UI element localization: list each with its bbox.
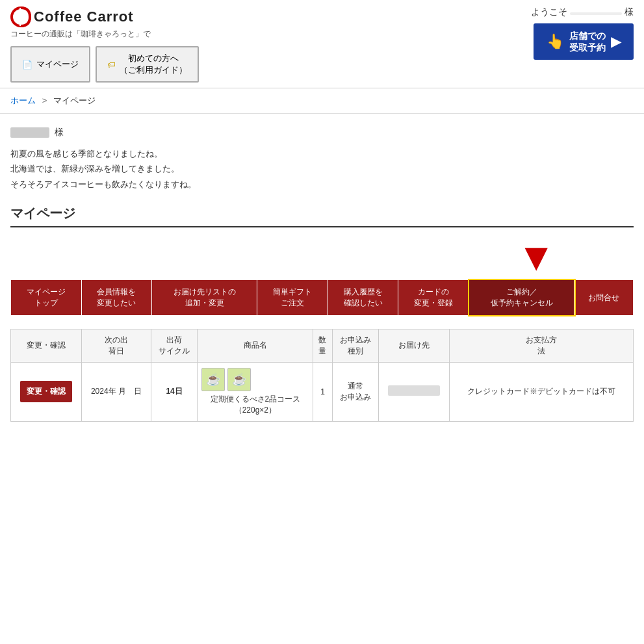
product-cell: ☕ ☕ 定期便くるべさ2品コース （220g×2） bbox=[198, 362, 313, 421]
guide-nav-button[interactable]: 🏷 初めての方へ （ご利用ガイド） bbox=[96, 46, 199, 83]
table-header-row: 変更・確認 次の出荷日 出荷サイクル 商品名 数量 お申込み種別 お届け先 お支… bbox=[11, 329, 634, 362]
col-header-payment: お支払方法 bbox=[450, 329, 634, 362]
nav-menu-item-address-list[interactable]: お届け先リストの追加・変更 bbox=[152, 280, 257, 316]
logo-area: Coffee Carrot bbox=[10, 6, 199, 27]
col-header-product: 商品名 bbox=[198, 329, 313, 362]
mypage-nav-button[interactable]: 📄 マイページ bbox=[10, 46, 90, 83]
col-header-next-ship: 次の出荷日 bbox=[82, 329, 151, 362]
nav-menu-item-card-change[interactable]: カードの変更・登録 bbox=[398, 280, 469, 316]
nav-menu-item-inquiry[interactable]: お問合せ bbox=[574, 280, 634, 316]
header-right: ようこそ 様 👆 店舗での 受取予約 ▶ bbox=[531, 6, 634, 60]
col-header-order-type: お申込み種別 bbox=[332, 329, 379, 362]
welcome-text: ようこそ 様 bbox=[531, 6, 634, 18]
col-header-delivery: お届け先 bbox=[379, 329, 450, 362]
user-name-row: 様 bbox=[10, 127, 634, 138]
greeting-text: 初夏の風を感じる季節となりましたね。 北海道では、新緑が深みを増してきました。 … bbox=[10, 146, 634, 192]
nav-menu-item-purchase-history[interactable]: 購入履歴を確認したい bbox=[328, 280, 398, 316]
nav-menu-item-gift-order[interactable]: 簡単ギフトご注文 bbox=[257, 280, 328, 316]
nav-menu-table: マイページトップ 会員情報を変更したい お届け先リストの追加・変更 簡単ギフトご… bbox=[10, 279, 634, 316]
product-images: ☕ ☕ bbox=[201, 368, 309, 391]
nav-menu-item-member-info[interactable]: 会員情報を変更したい bbox=[81, 280, 152, 316]
hand-icon: 👆 bbox=[547, 32, 564, 51]
username-blur bbox=[10, 127, 49, 138]
col-header-cycle: 出荷サイクル bbox=[151, 329, 198, 362]
change-confirm-button[interactable]: 変更・確認 bbox=[20, 381, 72, 402]
nav-menu-item-mypage-top[interactable]: マイページトップ bbox=[11, 280, 82, 316]
username-display bbox=[570, 12, 622, 15]
table-row: 変更・確認 2024年 月 日 14日 ☕ ☕ 定期便くるべさ2品コース （22… bbox=[11, 362, 634, 421]
nav-menu-item-cancel[interactable]: ご解約／仮予約キャンセル bbox=[469, 280, 574, 316]
delivery-address-blur bbox=[388, 385, 440, 396]
product-image-2: ☕ bbox=[227, 368, 251, 391]
next-ship-date-cell: 2024年 月 日 bbox=[82, 362, 151, 421]
main-content: 様 初夏の風を感じる季節となりましたね。 北海道では、新緑が深みを増してきました… bbox=[0, 114, 644, 435]
product-image-1: ☕ bbox=[201, 368, 225, 391]
book-icon: 🏷 bbox=[107, 60, 116, 70]
breadcrumb-home-link[interactable]: ホーム bbox=[10, 96, 36, 105]
logo-icon bbox=[10, 6, 31, 27]
change-btn-cell: 変更・確認 bbox=[11, 362, 82, 421]
document-icon: 📄 bbox=[22, 60, 32, 70]
nav-menu-row: マイページトップ 会員情報を変更したい お届け先リストの追加・変更 簡単ギフトご… bbox=[11, 280, 634, 316]
order-type-cell: 通常 お申込み bbox=[332, 362, 379, 421]
arrow-indicator-container: ▼ bbox=[10, 238, 634, 277]
arrow-right-icon: ▶ bbox=[611, 33, 621, 50]
breadcrumb: ホーム > マイページ bbox=[0, 88, 644, 114]
store-reserve-button[interactable]: 👆 店舗での 受取予約 ▶ bbox=[534, 23, 634, 60]
product-sub: （220g×2） bbox=[201, 405, 309, 416]
header-nav-buttons: 📄 マイページ 🏷 初めての方へ （ご利用ガイド） bbox=[10, 46, 199, 83]
mypage-section-title: マイページ bbox=[10, 205, 634, 227]
header: Coffee Carrot コーヒーの通販は「珈琲きゃろっと」で 📄 マイページ… bbox=[0, 0, 644, 88]
logo-text: Coffee Carrot bbox=[34, 8, 134, 25]
payment-cell: クレジットカード※デビットカードは不可 bbox=[450, 362, 634, 421]
cycle-cell: 14日 bbox=[151, 362, 198, 421]
product-name: 定期便くるべさ2品コース bbox=[201, 394, 309, 405]
orders-table: 変更・確認 次の出荷日 出荷サイクル 商品名 数量 お申込み種別 お届け先 お支… bbox=[10, 329, 634, 422]
down-arrow-icon: ▼ bbox=[517, 238, 556, 277]
breadcrumb-current: マイページ bbox=[53, 96, 96, 105]
col-header-qty: 数量 bbox=[313, 329, 332, 362]
user-greeting: 様 初夏の風を感じる季節となりましたね。 北海道では、新緑が深みを増してきました… bbox=[10, 127, 634, 192]
logo-subtitle: コーヒーの通販は「珈琲きゃろっと」で bbox=[10, 29, 199, 40]
delivery-cell bbox=[379, 362, 450, 421]
breadcrumb-separator: > bbox=[42, 96, 47, 105]
header-left: Coffee Carrot コーヒーの通販は「珈琲きゃろっと」で 📄 マイページ… bbox=[10, 6, 199, 83]
quantity-cell: 1 bbox=[313, 362, 332, 421]
col-header-change: 変更・確認 bbox=[11, 329, 82, 362]
